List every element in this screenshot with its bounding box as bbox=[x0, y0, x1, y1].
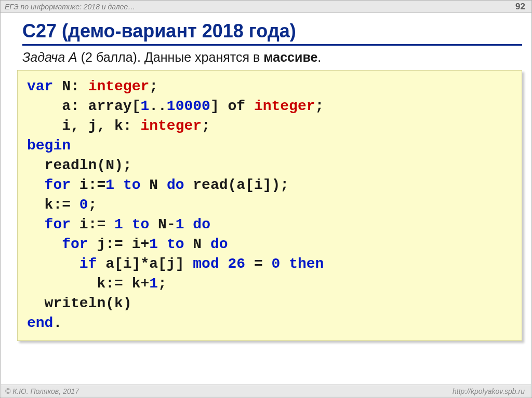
kw-for: for bbox=[62, 236, 88, 252]
kw-to: to bbox=[123, 177, 141, 193]
kw-to: to bbox=[167, 236, 184, 252]
footer-bar: © К.Ю. Поляков, 2017 http://kpolyakov.sp… bbox=[1, 385, 531, 397]
slide-number: 92 bbox=[515, 2, 525, 12]
kw-mod: mod bbox=[193, 256, 219, 272]
header-bar: ЕГЭ по информатике: 2018 и далее… 92 bbox=[1, 1, 531, 13]
footer-right: http://kpolyakov.spb.ru bbox=[453, 387, 525, 395]
kw-do: do bbox=[210, 236, 228, 252]
type-integer: integer bbox=[140, 118, 202, 134]
type-integer: integer bbox=[254, 98, 315, 114]
subtitle-suffix: . bbox=[317, 50, 321, 64]
kw-var: var bbox=[27, 78, 53, 94]
code: var N: integer; a: array[1..10000] of in… bbox=[27, 77, 512, 333]
subtitle-middle: (2 балла). Данные хранятся в bbox=[77, 50, 263, 64]
subtitle-prefix: Задача А bbox=[22, 50, 77, 64]
kw-do: do bbox=[193, 216, 210, 232]
kw-do: do bbox=[167, 177, 184, 193]
title-rule bbox=[22, 44, 522, 46]
subtitle-bold: массиве bbox=[263, 50, 317, 64]
kw-for: for bbox=[45, 216, 71, 232]
slide: ЕГЭ по информатике: 2018 и далее… 92 C27… bbox=[0, 0, 532, 398]
type-integer: integer bbox=[88, 78, 150, 94]
kw-for: for bbox=[45, 177, 71, 193]
code-box: var N: integer; a: array[1..10000] of in… bbox=[17, 70, 522, 341]
kw-to: to bbox=[132, 216, 150, 232]
kw-if: if bbox=[79, 256, 97, 272]
kw-then: then bbox=[289, 256, 324, 272]
page-title: C27 (демо-вариант 2018 года) bbox=[22, 20, 531, 42]
subtitle: Задача А (2 балла). Данные хранятся в ма… bbox=[22, 50, 531, 65]
kw-begin: begin bbox=[27, 138, 71, 154]
footer-left: © К.Ю. Поляков, 2017 bbox=[5, 387, 79, 395]
kw-end: end bbox=[27, 315, 53, 331]
header-left: ЕГЭ по информатике: 2018 и далее… bbox=[5, 3, 135, 11]
